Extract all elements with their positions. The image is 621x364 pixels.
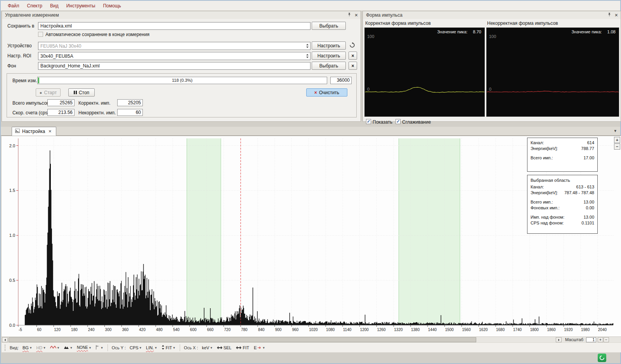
chart-toolbar: Вид: BG▾ HD▾ ▾ ▾ NONE▾ ▾ Ось Y : CPS▾ LI… bbox=[2, 342, 621, 352]
scroll-right-button[interactable] bbox=[556, 337, 562, 342]
pin-icon[interactable] bbox=[607, 12, 611, 18]
dropdown-icon: ▾ bbox=[210, 346, 212, 350]
total-pulses-label: Всего импульсов bbox=[12, 100, 49, 106]
cursor-energy: 788.77 bbox=[581, 146, 594, 152]
device-combo[interactable]: FEU85A NaJ 30x40 bbox=[38, 42, 310, 50]
svg-text:0.0: 0.0 bbox=[9, 323, 15, 328]
menu-item-2[interactable]: Вид bbox=[46, 2, 62, 10]
cursor-total: 17.00 bbox=[583, 155, 594, 161]
refresh-icon[interactable] bbox=[349, 42, 355, 50]
peaks-icon bbox=[64, 345, 69, 350]
spinner-icon[interactable] bbox=[306, 54, 309, 58]
wave-style-button[interactable]: ▾ bbox=[48, 344, 61, 351]
menu-item-1[interactable]: Спектр bbox=[23, 2, 46, 10]
svg-text:360: 360 bbox=[122, 328, 128, 332]
device-configure-button[interactable]: Настроить bbox=[312, 41, 346, 50]
tab-nastroyka[interactable]: Настройка × bbox=[12, 127, 56, 136]
pin-icon[interactable] bbox=[347, 12, 351, 18]
svg-text:-5: -5 bbox=[19, 328, 22, 332]
correct-pulse-curve bbox=[365, 28, 484, 116]
roi-clear-button[interactable]: × bbox=[349, 52, 357, 60]
selection-above: 13.00 bbox=[583, 214, 594, 220]
svg-text:960: 960 bbox=[292, 328, 298, 332]
zoom-out-button[interactable]: − bbox=[614, 143, 620, 150]
fill-style-button[interactable]: ▾ bbox=[62, 344, 74, 351]
menu-item-4[interactable]: Помощь bbox=[99, 2, 125, 10]
scale-minus-button[interactable]: − bbox=[604, 337, 609, 342]
selection-info-box: Выбранная область Канал:613 - 613 Энерги… bbox=[527, 175, 598, 234]
svg-text:1320: 1320 bbox=[394, 328, 403, 332]
app-logo-icon[interactable] bbox=[598, 354, 606, 362]
svg-text:1260: 1260 bbox=[377, 328, 386, 332]
close-icon[interactable]: × bbox=[614, 13, 619, 17]
smoothing-checkbox[interactable]: ✓ bbox=[395, 119, 401, 124]
x-fit-button[interactable]: FIT bbox=[234, 344, 251, 351]
autosave-checkbox[interactable] bbox=[38, 32, 43, 37]
svg-text:60: 60 bbox=[37, 328, 42, 332]
flag-icon bbox=[95, 345, 100, 350]
wave-icon bbox=[50, 345, 56, 350]
spectrum-histogram[interactable] bbox=[24, 150, 613, 325]
x-select-button[interactable]: SEL bbox=[215, 344, 234, 351]
background-input[interactable] bbox=[38, 62, 310, 70]
dropdown-icon: ▾ bbox=[43, 346, 45, 350]
bg-mode-button[interactable]: BG▾ bbox=[21, 344, 33, 351]
svg-text:1740: 1740 bbox=[513, 328, 522, 332]
svg-text:1560: 1560 bbox=[462, 328, 471, 332]
dropdown-icon: ▾ bbox=[89, 346, 91, 350]
svg-text:900: 900 bbox=[275, 328, 282, 332]
toolbar-grip[interactable] bbox=[5, 345, 6, 351]
scale-plus-button[interactable]: + bbox=[598, 337, 603, 342]
pulse-panel-titlebar: Форма импульса × bbox=[363, 11, 621, 19]
dropdown-icon: ▾ bbox=[30, 346, 32, 350]
y-units-button[interactable]: CPS▾ bbox=[128, 344, 143, 351]
svg-text:1.0: 1.0 bbox=[9, 233, 15, 238]
svg-text:2040: 2040 bbox=[598, 328, 607, 332]
svg-text:840: 840 bbox=[258, 328, 265, 332]
spectrum-chart-area[interactable]: 0.00.51.01.52.0-560120180240300360420480… bbox=[2, 136, 621, 336]
flag-marker-button[interactable]: ▾ bbox=[94, 344, 105, 352]
start-button[interactable]: ● Старт bbox=[36, 88, 61, 97]
tab-list-dropdown-icon[interactable]: ▾ bbox=[614, 128, 616, 133]
hscrollbar-row: Масштаб 1 + − bbox=[2, 336, 621, 342]
y-max-label: 100 bbox=[489, 34, 496, 39]
show-checkbox[interactable]: ✓ bbox=[366, 119, 371, 124]
roi-combo[interactable]: 30x40_FEU85A bbox=[38, 52, 310, 60]
svg-text:300: 300 bbox=[105, 328, 112, 332]
scale-value-box[interactable]: 1 bbox=[586, 337, 596, 342]
spinner-icon[interactable] bbox=[306, 44, 309, 48]
stop-button[interactable]: Стоп bbox=[68, 88, 95, 97]
hd-mode-button[interactable]: HD▾ bbox=[34, 344, 47, 351]
dropdown-icon: ▾ bbox=[57, 346, 59, 350]
energy-axis-button[interactable]: E▾ bbox=[252, 344, 267, 351]
background-choose-button[interactable]: Выбрать bbox=[312, 62, 346, 70]
measure-time-label: Время изм. bbox=[12, 78, 37, 83]
roi-configure-button[interactable]: Настроить bbox=[312, 52, 346, 60]
menu-item-3[interactable]: Инструменты bbox=[62, 2, 99, 10]
save-choose-button[interactable]: Выбрать bbox=[312, 22, 346, 30]
measure-time-total[interactable]: 36000 bbox=[330, 77, 352, 84]
save-to-input[interactable] bbox=[38, 22, 310, 30]
roi-band[interactable] bbox=[399, 138, 460, 325]
right-arrow-icon bbox=[558, 339, 560, 341]
pause-icon bbox=[74, 90, 77, 95]
scroll-left-button[interactable] bbox=[2, 337, 8, 342]
incorrect-peak-value: 1.08 bbox=[607, 29, 616, 34]
roi-band[interactable] bbox=[187, 138, 221, 325]
y-fit-button[interactable]: FIT▾ bbox=[160, 344, 177, 352]
tab-close-icon[interactable]: × bbox=[47, 129, 53, 134]
menu-item-0[interactable]: Файл bbox=[4, 2, 23, 10]
updown-arrows-icon bbox=[161, 345, 165, 350]
show-label: Показать bbox=[373, 119, 392, 125]
zoom-in-button[interactable]: + bbox=[614, 137, 620, 143]
correct-pulses-value: 25205 bbox=[117, 99, 143, 106]
close-icon[interactable]: × bbox=[354, 13, 359, 17]
clear-button[interactable]: × Очистить bbox=[306, 88, 347, 97]
x-units-button[interactable]: keV▾ bbox=[200, 344, 214, 351]
axis-y-label: Ось Y : bbox=[112, 345, 126, 350]
none-marker-button[interactable]: NONE▾ bbox=[75, 344, 93, 351]
hscrollbar-thumb[interactable] bbox=[9, 337, 476, 342]
measure-progress: 118 (0.3%) bbox=[37, 77, 327, 84]
background-clear-button[interactable]: × bbox=[349, 62, 357, 70]
y-scale-button[interactable]: LIN.▾ bbox=[144, 344, 159, 351]
